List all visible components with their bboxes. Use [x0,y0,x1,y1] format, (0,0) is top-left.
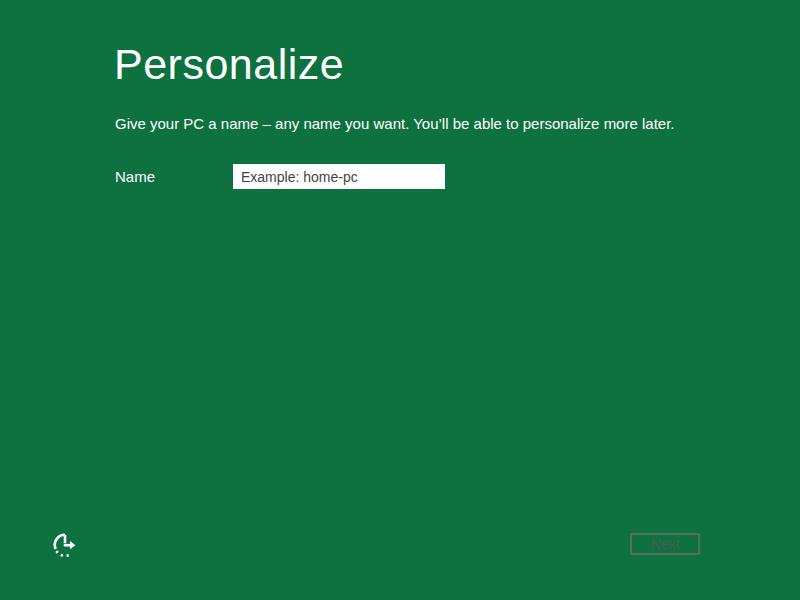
ease-of-access-button[interactable] [50,530,80,560]
ease-of-access-icon [52,532,78,558]
page-title: Personalize [114,40,344,89]
pc-name-input[interactable] [233,164,445,189]
next-button[interactable]: Next [630,533,700,555]
subtitle-text: Give your PC a name – any name you want.… [115,115,675,132]
name-label: Name [115,168,155,185]
setup-background: Personalize Give your PC a name – any na… [0,0,800,600]
